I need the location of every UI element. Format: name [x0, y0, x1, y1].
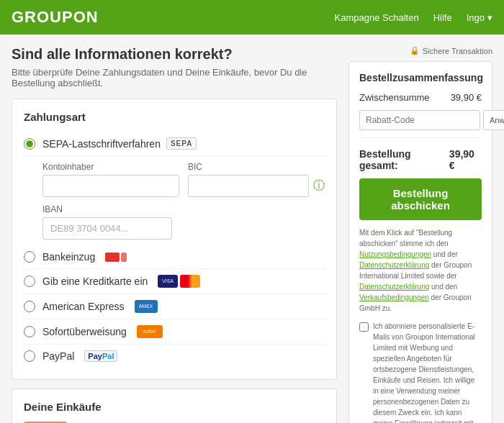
zwischensumme-value: 39,90 € — [451, 92, 482, 103]
newsletter-row: Ich abonniere personalisierte E-Mails vo… — [359, 321, 482, 423]
sepa-form: Kontoinhaber BIC ⓘ IBAN — [24, 156, 325, 245]
payment-option-sepa[interactable]: SEPA-Lastschriftverfahren SEPA — [24, 132, 325, 156]
payment-option-paypal[interactable]: PayPal PayPal — [24, 345, 325, 368]
zwischensumme-row: Zwischensumme 39,90 € — [359, 92, 482, 103]
payment-section: Zahlungsart SEPA-Lastschriftverfahren SE… — [12, 99, 337, 380]
terms-link-nutzung[interactable]: Nutzungsbedingungen — [359, 250, 431, 258]
nav-kampagne[interactable]: Kampagne Schalten — [335, 12, 419, 23]
total-value: 39,90 € — [449, 148, 482, 171]
payment-option-amex[interactable]: American Express AMEX — [24, 294, 325, 319]
purchases-section: Deine Einkäufe 👨‍👩‍👧 90 Min. Family- ode… — [12, 388, 337, 423]
newsletter-text: Ich abonniere personalisierte E-Mails vo… — [373, 321, 482, 423]
summary-divider — [359, 137, 482, 138]
order-button[interactable]: Bestellung abschicken — [359, 178, 482, 220]
nav-hilfe[interactable]: Hilfe — [433, 12, 452, 23]
sepa-radio[interactable] — [24, 138, 35, 150]
right-column: 🔒 Sichere Transaktion Bestellzusammenfas… — [348, 46, 492, 423]
header: GROUPON Kampagne Schalten Hilfe Ingo ▾ — [0, 0, 504, 35]
amex-icon: AMEX — [135, 300, 158, 313]
order-summary-title: Bestellzusammenfassung — [359, 72, 482, 83]
secure-badge: 🔒 Sichere Transaktion — [348, 46, 492, 55]
credit-radio[interactable] — [24, 276, 35, 287]
nav-user[interactable]: Ingo ▾ — [467, 12, 492, 23]
bic-group: BIC ⓘ — [188, 162, 325, 197]
amex-label: American Express AMEX — [42, 300, 158, 313]
purchases-title: Deine Einkäufe — [24, 401, 325, 413]
paypal-radio[interactable] — [24, 350, 35, 362]
payment-option-sofort[interactable]: Sofortüberweisung sofort — [24, 319, 325, 345]
info-icon[interactable]: ⓘ — [313, 178, 325, 194]
zwischensumme-label: Zwischensumme — [359, 92, 430, 103]
bank-radio[interactable] — [24, 251, 35, 263]
credit-label: Gib eine Kreditkarte ein VISA — [42, 275, 200, 288]
terms-link-datenschutz2[interactable]: Datenschutzerklärung — [359, 283, 429, 291]
logo: GROUPON — [12, 8, 99, 27]
kontoinhaber-label: Kontoinhaber — [42, 162, 179, 172]
sofort-icon: sofort — [137, 325, 163, 338]
credit-card-icons: VISA — [158, 275, 200, 288]
iban-group: IBAN — [42, 204, 172, 240]
payment-option-bank[interactable]: Bankeinzug — [24, 245, 325, 269]
amex-radio[interactable] — [24, 301, 35, 312]
bic-input-row: ⓘ — [188, 175, 325, 197]
chevron-down-icon: ▾ — [487, 12, 492, 23]
total-row: Bestellung gesamt: 39,90 € — [359, 144, 482, 171]
terms-text: Mit dem Klick auf "Bestellung abschicken… — [359, 227, 482, 314]
iban-input[interactable] — [42, 217, 172, 240]
kontoinhaber-input[interactable] — [42, 175, 179, 197]
rabatt-input[interactable] — [359, 110, 480, 130]
newsletter-checkbox[interactable] — [359, 322, 369, 332]
iban-label: IBAN — [42, 204, 172, 214]
page-title: Sind alle Informationen korrekt? — [12, 46, 337, 63]
page-content: Sind alle Informationen korrekt? Bitte ü… — [0, 35, 504, 423]
paypal-icon: PayPal — [84, 350, 117, 362]
sofort-radio[interactable] — [24, 326, 35, 337]
bank-label: Bankeinzug — [42, 251, 127, 263]
bic-label: BIC — [188, 162, 325, 172]
order-summary: Bestellzusammenfassung Zwischensumme 39,… — [348, 61, 492, 423]
bic-input[interactable] — [188, 175, 309, 197]
payment-option-credit[interactable]: Gib eine Kreditkarte ein VISA — [24, 269, 325, 294]
left-column: Sind alle Informationen korrekt? Bitte ü… — [12, 46, 337, 423]
terms-link-verkauf[interactable]: Verkaufsbedingungen — [359, 294, 429, 301]
rabatt-row: Anwenden — [359, 110, 482, 130]
paypal-label: PayPal PayPal — [42, 350, 117, 362]
anwenden-button[interactable]: Anwenden — [483, 110, 504, 130]
kontoinhaber-group: Kontoinhaber — [42, 162, 179, 197]
total-label: Bestellung gesamt: — [359, 148, 449, 171]
bank-icon — [105, 253, 127, 262]
terms-link-datenschutz1[interactable]: Datenschutzerklärung — [359, 261, 429, 269]
page-subtitle: Bitte überprüfe Deine Zahlungsdaten und … — [12, 67, 337, 88]
sepa-kontoinhaber-bic-row: Kontoinhaber BIC ⓘ — [42, 162, 325, 197]
sepa-label: SEPA-Lastschriftverfahren SEPA — [42, 137, 197, 150]
sofort-label: Sofortüberweisung sofort — [42, 325, 163, 338]
lock-icon: 🔒 — [410, 46, 420, 55]
secure-text: Sichere Transaktion — [423, 47, 492, 55]
payment-section-title: Zahlungsart — [24, 111, 325, 123]
header-nav: Kampagne Schalten Hilfe Ingo ▾ — [335, 12, 492, 23]
sepa-badge: SEPA — [166, 137, 197, 150]
